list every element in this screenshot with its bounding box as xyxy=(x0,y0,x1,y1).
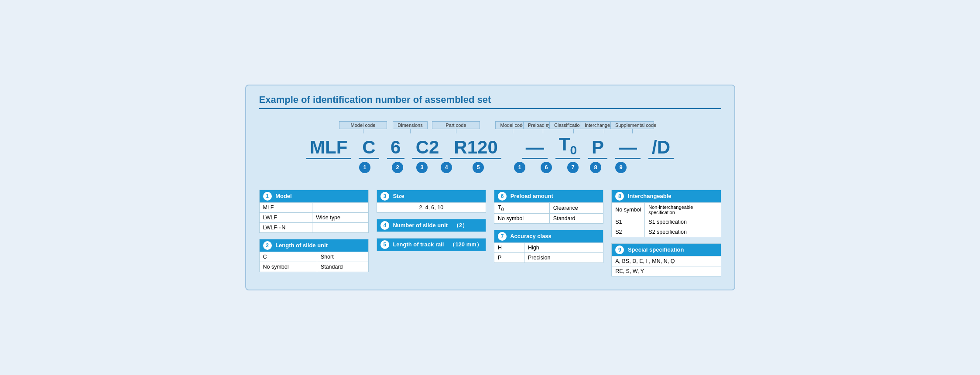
circle-header-4: 4 xyxy=(380,221,389,230)
code-T0: T0 xyxy=(555,134,580,159)
table-row: C Short xyxy=(259,252,368,262)
slide-code-nosymbol: No symbol xyxy=(259,262,317,272)
code-MLF: MLF xyxy=(306,137,351,159)
label-model-code-1: Model code xyxy=(339,121,387,129)
circle-6: 6 xyxy=(541,162,552,173)
model-code-lwlfn: LWLF···N xyxy=(259,222,312,232)
circle-header-6: 6 xyxy=(498,192,507,201)
table-slide-unit-length: 2 Length of slide unit C Short No symbol… xyxy=(259,239,369,272)
table-row: No symbol Non-interchangeable specificat… xyxy=(612,202,721,217)
circle-header-1: 1 xyxy=(263,192,272,201)
slide-code-c: C xyxy=(259,252,317,262)
accuracy-desc-p: Precision xyxy=(524,253,603,263)
inter-desc-nosymbol: Non-interchangeable specification xyxy=(645,202,721,217)
circle-header-7: 7 xyxy=(498,232,507,241)
table-row: P Precision xyxy=(494,253,603,263)
table-track-length-header: Length of track rail （120 mm） xyxy=(393,241,482,248)
model-code-lwlf: LWLF xyxy=(259,212,312,222)
model-code-mlf: MLF xyxy=(259,202,312,212)
code-C: C xyxy=(359,137,379,159)
col3: 6 Preload amount T0 Clearance No symbol … xyxy=(494,190,603,276)
inter-desc-s1: S1 specification xyxy=(645,217,721,227)
circle-1b: 1 xyxy=(514,162,525,173)
page-title: Example of identification number of asse… xyxy=(259,94,721,109)
accuracy-desc-h: High xyxy=(524,243,603,253)
table-row: T0 Clearance xyxy=(494,202,603,214)
circle-header-3: 3 xyxy=(380,192,389,201)
table-row: No symbol Standard xyxy=(494,214,603,224)
special-values-1: A, BS, D, E, I , MN, N, Q xyxy=(612,256,721,266)
code-6: 6 xyxy=(387,137,404,159)
table-slide-unit-header: Length of slide unit xyxy=(275,242,328,249)
table-interchangeable: 8 Interchangeable No symbol Non-intercha… xyxy=(611,190,721,237)
circle-9: 9 xyxy=(615,162,627,173)
table-row: No symbol Standard xyxy=(259,262,368,272)
model-desc-lwlf: Wide type xyxy=(312,212,368,222)
code-T0-subscript: 0 xyxy=(570,144,577,157)
circle-header-5: 5 xyxy=(380,240,389,249)
table-model-header: Model xyxy=(275,193,292,199)
table-row: 2, 4, 6, 10 xyxy=(377,202,486,212)
table-preload-header: Preload amount xyxy=(511,193,553,199)
code-D: /D xyxy=(648,137,674,159)
circle-header-9: 9 xyxy=(615,245,624,254)
table-track-length: 5 Length of track rail （120 mm） xyxy=(377,238,486,251)
circle-7: 7 xyxy=(567,162,579,173)
table-row: LWLF···N xyxy=(259,222,368,232)
circle-4: 4 xyxy=(441,162,452,173)
slide-desc-nosymbol: Standard xyxy=(317,262,368,272)
circle-header-2: 2 xyxy=(263,241,272,250)
size-values: 2, 4, 6, 10 xyxy=(377,202,486,212)
table-num-slide: 4 Number of slide unit （2） xyxy=(377,219,486,232)
tables-section: 1 Model MLF LWLF Wide type LWLF···N xyxy=(259,190,721,276)
table-row: LWLF Wide type xyxy=(259,212,368,222)
label-part-code: Part code xyxy=(432,121,480,129)
slide-desc-c: Short xyxy=(317,252,368,262)
accuracy-code-h: H xyxy=(494,243,524,253)
col1: 1 Model MLF LWLF Wide type LWLF···N xyxy=(259,190,369,276)
table-size-header: Size xyxy=(393,193,404,199)
inter-desc-s2: S2 specification xyxy=(645,227,721,237)
accuracy-code-p: P xyxy=(494,253,524,263)
table-row: S1 S1 specification xyxy=(612,217,721,227)
preload-code-nosymbol: No symbol xyxy=(494,214,550,224)
label-supplemental-code: Supplemental code xyxy=(610,121,654,129)
table-model: 1 Model MLF LWLF Wide type LWLF···N xyxy=(259,190,369,233)
table-row: RE, S, W, Y xyxy=(612,266,721,276)
table-accuracy: 7 Accuracy class H High P Precision xyxy=(494,230,603,263)
circle-header-8: 8 xyxy=(615,192,624,201)
code-P: P xyxy=(588,137,607,159)
table-special-header: Special specification xyxy=(628,246,684,253)
table-num-slide-header: Number of slide unit （2） xyxy=(393,222,468,228)
table-interchangeable-header: Interchangeable xyxy=(628,193,672,199)
label-dimensions: Dimensions xyxy=(393,121,428,129)
model-desc-mlf xyxy=(312,202,368,212)
table-special: 9 Special specification A, BS, D, E, I ,… xyxy=(611,243,721,276)
circle-1a: 1 xyxy=(359,162,370,173)
code-dash1: — xyxy=(522,137,548,159)
circle-5: 5 xyxy=(473,162,484,173)
table-row: S2 S2 specification xyxy=(612,227,721,237)
model-desc-lwlfn xyxy=(312,222,368,232)
preload-code-t0: T0 xyxy=(494,202,550,214)
circle-2: 2 xyxy=(392,162,403,173)
inter-code-s2: S2 xyxy=(612,227,645,237)
code-R120: R120 xyxy=(450,137,501,159)
code-dash2: — xyxy=(615,137,641,159)
circle-8: 8 xyxy=(590,162,601,173)
special-values-2: RE, S, W, Y xyxy=(612,266,721,276)
circle-3: 3 xyxy=(416,162,428,173)
table-row: MLF xyxy=(259,202,368,212)
inter-code-s1: S1 xyxy=(612,217,645,227)
table-row: H High xyxy=(494,243,603,253)
table-size: 3 Size 2, 4, 6, 10 xyxy=(377,190,486,213)
col4: 8 Interchangeable No symbol Non-intercha… xyxy=(611,190,721,276)
col2: 3 Size 2, 4, 6, 10 4 Number of slide uni… xyxy=(377,190,486,276)
preload-desc-nosymbol: Standard xyxy=(549,214,603,224)
table-accuracy-header: Accuracy class xyxy=(510,233,552,239)
main-container: Example of identification number of asse… xyxy=(245,85,735,290)
code-C2: C2 xyxy=(412,137,443,159)
inter-code-nosymbol: No symbol xyxy=(612,202,645,217)
diagram-section: Model code Dimensions Part code Model co… xyxy=(259,117,721,181)
table-preload: 6 Preload amount T0 Clearance No symbol … xyxy=(494,190,603,224)
